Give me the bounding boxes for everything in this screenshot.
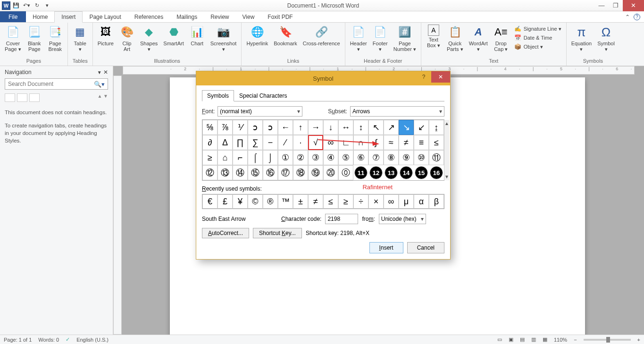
object-button[interactable]: 📦Object ▾ (513, 42, 562, 51)
font-select[interactable]: (normal text) (217, 106, 302, 117)
nav-dropdown-icon[interactable]: ▼ (97, 70, 102, 75)
symbol-cell[interactable]: 13 (385, 166, 398, 179)
symbol-cell[interactable]: ∏ (233, 135, 248, 150)
date-time-button[interactable]: 📅Date & Time (513, 34, 562, 42)
bookmark-button[interactable]: 🔖Bookmark (272, 24, 299, 47)
symbol-cell[interactable]: ≤ (429, 135, 444, 150)
recent-symbol-cell[interactable]: ≥ (338, 194, 353, 209)
recent-symbol-cell[interactable]: ÷ (353, 194, 368, 209)
collapse-ribbon-icon[interactable]: ⌃ (625, 14, 630, 20)
recent-symbol-cell[interactable]: ¥ (233, 194, 248, 209)
drop-cap-button[interactable]: A≡Drop Cap ▾ (492, 24, 510, 53)
cancel-button[interactable]: Cancel (407, 242, 444, 253)
close-button[interactable]: ✕ (623, 0, 644, 11)
footer-button[interactable]: 📄Footer ▾ (371, 24, 390, 53)
zoom-in-icon[interactable]: + (637, 337, 640, 343)
status-words[interactable]: Words: 0 (38, 337, 59, 343)
symbol-cell[interactable]: ④ (323, 150, 338, 165)
symbol-cell[interactable]: ⑬ (217, 165, 233, 180)
status-page[interactable]: Page: 1 of 1 (4, 337, 32, 343)
page-break-button[interactable]: 📑Page Break (46, 24, 65, 53)
tab-file[interactable]: File (0, 11, 26, 22)
symbol-cell[interactable]: ⑨ (399, 150, 414, 165)
insert-button[interactable]: Insert (369, 242, 403, 253)
recent-symbol-cell[interactable]: € (202, 194, 217, 209)
symbol-cell[interactable]: ⑦ (368, 150, 384, 165)
symbol-button[interactable]: ΩSymbol ▾ (595, 24, 617, 53)
nav-search-input[interactable] (8, 81, 94, 87)
recent-symbol-cell[interactable]: × (368, 194, 384, 209)
recent-symbol-cell[interactable]: ∞ (384, 194, 399, 209)
tab-home[interactable]: Home (26, 11, 54, 22)
symbol-cell[interactable]: 15 (415, 166, 428, 179)
symbol-cell[interactable]: ⑲ (308, 165, 323, 180)
symbol-cell[interactable]: ⑯ (263, 165, 278, 180)
header-button[interactable]: 📄Header ▾ (348, 24, 369, 53)
symbol-cell[interactable]: ⑮ (248, 165, 263, 180)
view-outline-icon[interactable]: ▥ (531, 336, 536, 343)
symbol-cell[interactable]: ≈ (384, 135, 399, 150)
symbol-cell[interactable]: ⑪ (429, 150, 444, 165)
symbol-cell[interactable]: ⑩ (414, 150, 429, 165)
status-lang[interactable]: English (U.S.) (76, 337, 109, 343)
symbol-cell[interactable]: ↓ (323, 120, 338, 135)
symbol-cell[interactable]: ∞ (323, 135, 338, 150)
table-button[interactable]: ▦Table ▾ (71, 24, 90, 53)
symbol-cell[interactable]: 14 (400, 166, 413, 179)
symbol-cell[interactable]: ↘ (399, 120, 414, 135)
tab-mailings[interactable]: Mailings (170, 11, 204, 22)
equation-button[interactable]: πEquation ▾ (569, 24, 594, 53)
symbol-cell[interactable]: 11 (354, 166, 368, 179)
signature-line-button[interactable]: ✍Signature Line ▾ (513, 25, 562, 33)
symbol-cell[interactable]: ← (278, 120, 293, 135)
cover-page-button[interactable]: 📄Cover Page ▾ (3, 24, 23, 53)
zoom-out-icon[interactable]: − (574, 337, 577, 343)
symbol-cell[interactable]: ↔ (338, 120, 353, 135)
symbol-scrollbar[interactable]: ▲▼ (444, 120, 449, 180)
from-select[interactable]: Unicode (hex) (379, 214, 426, 224)
symbol-cell[interactable]: 12 (369, 166, 383, 179)
symbol-cell[interactable]: ∙ (293, 135, 308, 150)
recent-symbol-cell[interactable]: α (414, 194, 429, 209)
symbol-cell[interactable]: ∕ (278, 135, 293, 150)
symbol-cell[interactable]: ⅞ (217, 120, 233, 135)
crossref-button[interactable]: 🔗Cross-reference (301, 24, 342, 47)
recent-symbol-cell[interactable]: μ (399, 194, 414, 209)
status-zoom[interactable]: 110% (554, 337, 567, 343)
view-print-layout-icon[interactable]: ▭ (497, 336, 502, 343)
symbol-cell[interactable]: ⓪ (338, 165, 353, 180)
symbol-cell[interactable]: ∩ (353, 135, 368, 150)
symbol-cell[interactable]: ⅟ (233, 120, 248, 135)
chart-button[interactable]: 📊Chart (188, 24, 207, 47)
autocorrect-button[interactable]: AutoCorrect... (202, 228, 249, 238)
picture-button[interactable]: 🖼Picture (96, 24, 116, 47)
symbol-cell[interactable]: ↕ (353, 120, 368, 135)
recent-symbol-cell[interactable]: ® (263, 194, 278, 209)
redo-icon[interactable]: ↻ (32, 1, 42, 10)
symbol-cell[interactable]: ⌂ (217, 150, 233, 165)
screenshot-button[interactable]: 📷Screenshot ▾ (209, 24, 239, 53)
tab-insert[interactable]: Insert (54, 11, 83, 23)
recent-symbol-cell[interactable]: £ (217, 194, 233, 209)
subset-select[interactable]: Arrows (350, 106, 444, 117)
recent-symbol-cell[interactable]: ≤ (323, 194, 338, 209)
tab-special-chars[interactable]: Special Characters (234, 90, 292, 101)
symbol-cell[interactable]: → (308, 120, 323, 135)
symbol-cell[interactable]: ⅝ (202, 120, 217, 135)
zoom-slider[interactable] (584, 339, 631, 341)
symbol-cell[interactable]: ↑ (293, 120, 308, 135)
minimize-button[interactable]: — (594, 0, 609, 11)
symbol-cell[interactable]: ↖ (368, 120, 384, 135)
dialog-titlebar[interactable]: Symbol ? ✕ (196, 71, 450, 85)
symbol-cell[interactable]: ⑭ (233, 165, 248, 180)
symbol-cell[interactable]: 16 (430, 166, 443, 179)
shortcut-key-button[interactable]: Shortcut Key... (253, 228, 302, 238)
symbol-cell[interactable]: ↙ (414, 120, 429, 135)
symbol-cell[interactable]: ⑱ (293, 165, 308, 180)
symbol-cell[interactable]: ⌡ (263, 150, 278, 165)
tab-review[interactable]: Review (204, 11, 235, 22)
shapes-button[interactable]: ◆Shapes ▾ (138, 24, 159, 53)
symbol-cell[interactable]: ∫ (368, 135, 384, 150)
nav-view-results[interactable] (29, 93, 40, 102)
symbol-cell[interactable]: ① (278, 150, 293, 165)
